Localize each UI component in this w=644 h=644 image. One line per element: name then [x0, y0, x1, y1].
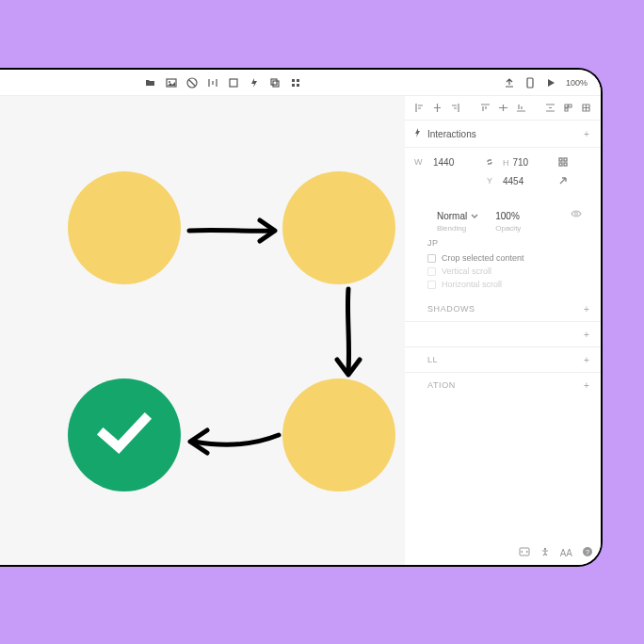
align-bottom-icon[interactable]: [516, 103, 526, 113]
flow-node-2[interactable]: [282, 171, 395, 284]
w-label: W: [414, 157, 426, 167]
blend-mode-label: Blending: [437, 224, 478, 233]
blending-section: Normal Blending 100% Opacity: [405, 191, 601, 234]
svg-rect-7: [297, 79, 299, 82]
h-label: H: [503, 158, 509, 168]
fill-title: LL: [414, 355, 438, 364]
resize-icon[interactable]: [556, 174, 570, 187]
arrow-1-to-2: [186, 217, 281, 245]
horizontal-scroll-checkbox[interactable]: Horizontal scroll: [427, 280, 591, 289]
opacity-label: Opacity: [495, 224, 521, 233]
svg-rect-9: [297, 84, 299, 87]
check-icon: [96, 410, 153, 460]
add-fill-button[interactable]: +: [582, 355, 591, 364]
fill-section: LL +: [405, 347, 601, 373]
svg-rect-11: [559, 158, 562, 161]
svg-rect-13: [559, 163, 562, 166]
svg-text:?: ?: [586, 549, 589, 555]
svg-rect-4: [271, 79, 277, 85]
code-icon[interactable]: [519, 546, 530, 559]
components-icon[interactable]: [290, 77, 301, 89]
canvas[interactable]: [0, 96, 405, 565]
upload-icon[interactable]: [504, 77, 515, 89]
svg-rect-5: [273, 81, 279, 87]
height-value[interactable]: 710: [513, 157, 529, 168]
svg-rect-12: [564, 158, 567, 161]
y-value[interactable]: 4454: [503, 176, 546, 186]
zoom-level[interactable]: 100%: [566, 78, 588, 88]
visibility-icon[interactable]: [571, 208, 582, 221]
arrow-3-to-4: [185, 426, 282, 458]
image-icon[interactable]: [166, 77, 177, 89]
folder-icon[interactable]: [145, 77, 156, 89]
aa-button[interactable]: AA: [560, 548, 572, 558]
width-value[interactable]: 1440: [433, 157, 476, 168]
align-right-icon[interactable]: [450, 103, 460, 113]
distribute-v-icon[interactable]: [545, 103, 555, 113]
interactions-title: Interactions: [427, 129, 476, 139]
animation-title: ATION: [414, 380, 456, 390]
shadows-title: Shadows: [414, 304, 475, 314]
y-label: Y: [487, 176, 492, 185]
svg-rect-6: [292, 79, 295, 82]
svg-rect-3: [230, 79, 237, 87]
footer-controls: AA ?: [412, 546, 593, 559]
add-animation-button[interactable]: +: [582, 380, 591, 390]
svg-point-17: [543, 548, 545, 550]
help-icon[interactable]: ?: [582, 546, 593, 559]
blend-mode-select[interactable]: Normal: [437, 211, 478, 221]
alignment-row: [405, 96, 601, 121]
opacity-value[interactable]: 100%: [495, 211, 521, 221]
link-wh-icon[interactable]: [483, 155, 496, 169]
stop-icon[interactable]: [186, 77, 198, 89]
svg-rect-14: [564, 163, 567, 166]
app-window: 100%: [0, 68, 603, 567]
vertical-scroll-checkbox[interactable]: Vertical scroll: [427, 266, 591, 276]
device-icon[interactable]: [524, 77, 536, 89]
bolt-icon[interactable]: [249, 77, 260, 89]
tidy-icon[interactable]: [563, 103, 573, 113]
animation-section: ATION +: [405, 373, 601, 397]
flow-node-done[interactable]: [68, 378, 181, 491]
align-center-v-icon[interactable]: [498, 103, 508, 113]
dimensions-section: W 1440 H710 Y 4454: [405, 148, 601, 191]
inspector-panel: Interactions + W 1440 H710 Y 4454 Normal: [405, 96, 601, 565]
interactions-section: Interactions +: [405, 121, 601, 148]
svg-rect-10: [527, 78, 533, 88]
arrow-2-to-3: [331, 286, 365, 380]
accessibility-icon[interactable]: [539, 546, 551, 559]
svg-point-15: [575, 213, 578, 216]
bolt-icon: [414, 128, 422, 139]
add-interaction-button[interactable]: +: [582, 129, 591, 138]
svg-point-1: [169, 81, 170, 83]
insert-frame-icon[interactable]: [228, 77, 239, 89]
add-button-1[interactable]: +: [582, 330, 591, 339]
shadows-section: Shadows +: [405, 297, 601, 322]
crop-content-checkbox[interactable]: Crop selected content: [427, 253, 591, 263]
align-left-icon[interactable]: [414, 103, 425, 113]
align-center-h-icon[interactable]: [432, 103, 443, 113]
chevron-down-icon: [471, 213, 478, 220]
play-icon[interactable]: [545, 77, 556, 89]
flow-node-1[interactable]: [68, 171, 181, 284]
align-top-icon[interactable]: [480, 103, 491, 113]
corner-radius-icon[interactable]: [556, 155, 570, 169]
group-options: JP Crop selected content Vertical scroll…: [405, 234, 601, 297]
grid-icon[interactable]: [581, 103, 591, 113]
group-section-title: JP: [427, 238, 591, 248]
extra-section-1: +: [405, 322, 601, 347]
topbar: 100%: [0, 70, 601, 96]
svg-rect-8: [292, 84, 295, 87]
copy-icon[interactable]: [269, 77, 281, 89]
flow-node-3[interactable]: [282, 378, 395, 491]
add-shadow-button[interactable]: +: [582, 304, 591, 314]
distribute-h-icon[interactable]: [207, 77, 218, 89]
